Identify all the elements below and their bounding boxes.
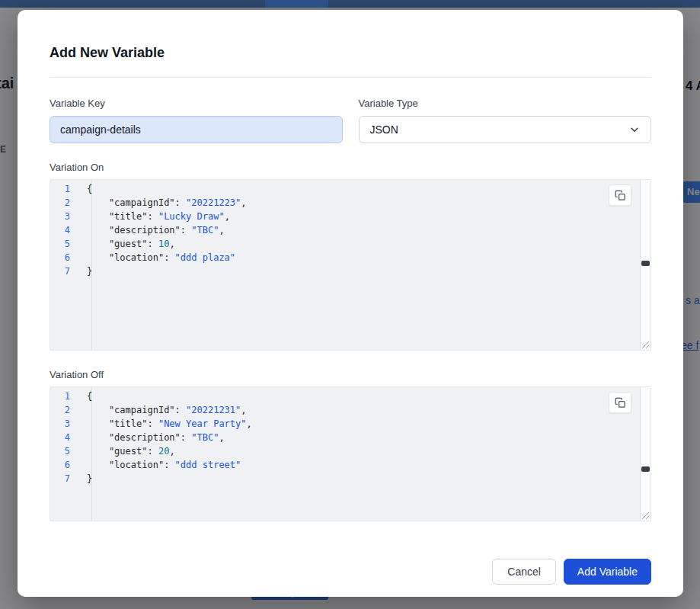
code-text: "guest": 20, (81, 444, 175, 458)
variable-key-label: Variable Key (50, 98, 343, 110)
code-line: 4 "description": "TBC", (50, 223, 650, 237)
variable-type-field: Variable Type JSON (359, 98, 652, 143)
copy-button[interactable] (609, 184, 631, 206)
cancel-button[interactable]: Cancel (492, 559, 556, 585)
code-line: 2 "campaignId": "20221223", (50, 196, 650, 210)
code-line: 3 "title": "Lucky Draw", (50, 210, 650, 223)
variation-on-editor[interactable]: 1{2 "campaignId": "20221223",3 "title": … (50, 179, 651, 351)
code-line: 4 "description": "TBC", (50, 431, 650, 444)
code-text: "location": "ddd street" (81, 458, 241, 472)
add-variable-button[interactable]: Add Variable (564, 559, 651, 585)
line-number: 7 (50, 472, 81, 486)
resize-handle[interactable] (641, 511, 650, 520)
line-number: 5 (50, 444, 81, 458)
resize-grip-icon (641, 340, 650, 349)
line-number: 2 (50, 196, 81, 210)
variable-type-select[interactable]: JSON (359, 116, 652, 143)
line-number: 3 (50, 210, 81, 223)
code-text: { (81, 182, 92, 196)
scrollbar-thumb[interactable] (641, 261, 650, 266)
code-line: 2 "campaignId": "20221231", (50, 403, 650, 417)
chevron-down-icon (629, 124, 640, 135)
code-text: { (81, 389, 92, 403)
code-text: } (81, 264, 92, 278)
variation-off-editor[interactable]: 1{2 "campaignId": "20221231",3 "title": … (50, 386, 651, 521)
variation-on-label: Variation On (50, 162, 651, 174)
variable-key-field: Variable Key (50, 98, 343, 143)
code-text: "location": "ddd plaza" (81, 251, 235, 264)
line-number: 1 (50, 389, 81, 403)
line-number: 2 (50, 403, 81, 417)
line-number: 3 (50, 417, 81, 431)
variable-type-value: JSON (370, 123, 398, 136)
code-text: "campaignId": "20221231", (81, 403, 247, 417)
scrollbar-track[interactable] (640, 180, 650, 350)
line-number: 4 (50, 223, 81, 237)
scrollbar-thumb[interactable] (641, 466, 650, 472)
copy-button[interactable] (609, 392, 631, 413)
code-line: 5 "guest": 20, (50, 444, 650, 458)
modal-footer: Cancel Add Variable (50, 559, 651, 585)
code-line: 6 "location": "ddd plaza" (50, 251, 650, 264)
code-text: "description": "TBC", (81, 223, 225, 237)
code-text: } (81, 472, 92, 486)
code-text: "description": "TBC", (81, 431, 225, 444)
line-number: 5 (50, 237, 81, 251)
code-line: 7} (50, 264, 650, 278)
code-text: "campaignId": "20221223", (81, 196, 247, 210)
modal-title: Add New Variable (50, 45, 651, 61)
fields-row: Variable Key Variable Type JSON (50, 98, 651, 143)
line-number: 6 (50, 251, 81, 264)
code-line: 1{ (50, 182, 650, 196)
title-divider (50, 77, 651, 78)
line-number: 4 (50, 431, 81, 444)
code-text: "guest": 10, (81, 237, 175, 251)
resize-grip-icon (641, 511, 650, 520)
code-line: 5 "guest": 10, (50, 237, 650, 251)
code-text: "title": "New Year Party", (81, 417, 252, 431)
scrollbar-track[interactable] (640, 387, 650, 521)
variable-key-input[interactable] (50, 116, 343, 143)
variation-off-code: 1{2 "campaignId": "20221231",3 "title": … (50, 387, 650, 486)
code-line: 1{ (50, 389, 650, 403)
copy-icon (615, 190, 626, 201)
code-text: "title": "Lucky Draw", (81, 210, 230, 223)
variation-off-label: Variation Off (50, 369, 651, 381)
resize-handle[interactable] (641, 340, 650, 349)
line-number: 1 (50, 182, 81, 196)
code-line: 7} (50, 472, 650, 486)
code-line: 6 "location": "ddd street" (50, 458, 650, 472)
variation-on-code: 1{2 "campaignId": "20221223",3 "title": … (50, 180, 650, 278)
add-variable-modal: Add New Variable Variable Key Variable T… (18, 10, 683, 597)
copy-icon (615, 397, 626, 409)
line-number: 6 (50, 458, 81, 472)
variable-type-label: Variable Type (359, 98, 652, 110)
code-line: 3 "title": "New Year Party", (50, 417, 650, 431)
line-number: 7 (50, 264, 81, 278)
